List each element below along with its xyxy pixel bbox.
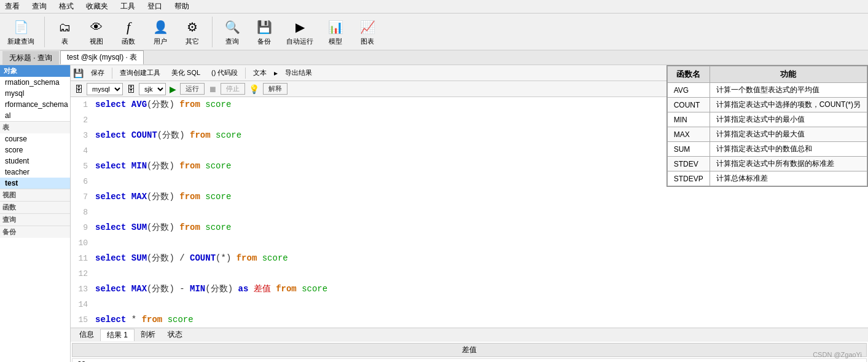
- sidebar-item-al[interactable]: al: [0, 110, 70, 121]
- menu-item-query[interactable]: 查询: [29, 1, 49, 12]
- sidebar-item-student[interactable]: student: [0, 155, 70, 167]
- code-text[interactable]: select SUM(分数) from score: [95, 220, 231, 235]
- ref-header-desc: 功能: [710, 66, 867, 83]
- code-line: 12: [71, 266, 868, 281]
- export-icon: ▸: [274, 69, 278, 77]
- ref-fn-desc: 计算一个数值型表达式的平均值: [710, 83, 867, 98]
- ref-table-row: AVG计算一个数值型表达式的平均值: [667, 83, 867, 98]
- backup-label: 备份: [257, 37, 271, 46]
- beautify-button[interactable]: 美化 SQL: [168, 67, 204, 79]
- main-layout: 对象 rmation_schema mysql rformance_schema…: [0, 65, 868, 362]
- other-label: 其它: [186, 37, 199, 46]
- menu-item-tools[interactable]: 工具: [118, 1, 138, 12]
- sidebar-item-rformance-schema[interactable]: rformance_schema: [0, 99, 70, 110]
- ref-fn-name: SUM: [667, 142, 710, 157]
- code-line: 8: [71, 205, 868, 220]
- build-query-button[interactable]: 查询创建工具: [116, 67, 164, 79]
- line-number: 15: [71, 312, 95, 328]
- save-icon: 💾: [73, 68, 84, 78]
- view-label: 视图: [90, 37, 103, 46]
- code-text[interactable]: select MAX(分数) - MIN(分数) as 差值 from scor…: [95, 281, 327, 297]
- line-number: 12: [71, 266, 95, 281]
- table-icon: 🗂: [55, 17, 74, 37]
- function-button[interactable]: f 函数: [115, 16, 142, 47]
- sidebar-section-queries: 查询: [0, 213, 70, 226]
- schema-icon: 🗄: [127, 84, 135, 94]
- ref-table-row: SUM计算指定表达式中的数值总和: [667, 142, 867, 157]
- watermark: CSDN @ZgaoYi: [813, 351, 862, 358]
- sidebar-item-mysql[interactable]: mysql: [0, 88, 70, 99]
- tab-info[interactable]: 信息: [73, 329, 100, 340]
- code-line: 7select MAX(分数) from score: [71, 189, 868, 205]
- result-row: 28: [72, 358, 867, 362]
- sidebar-item-test[interactable]: test: [0, 178, 70, 189]
- other-button[interactable]: ⚙ 其它: [179, 16, 206, 47]
- sidebar-item-teacher[interactable]: teacher: [0, 167, 70, 178]
- db-select[interactable]: mysql: [87, 83, 123, 95]
- model-button[interactable]: 📊 模型: [322, 16, 349, 47]
- model-icon: 📊: [326, 17, 345, 37]
- menu-item-view[interactable]: 查看: [2, 1, 22, 12]
- explain-icon: 💡: [249, 84, 259, 94]
- chart-button[interactable]: 📈 图表: [354, 16, 381, 47]
- code-line: 13select MAX(分数) - MIN(分数) as 差值 from sc…: [71, 281, 868, 297]
- tab-result[interactable]: 结果 1: [100, 329, 135, 341]
- code-text[interactable]: select COUNT(分数) from score: [95, 128, 241, 143]
- toolbar-separator: [44, 17, 45, 47]
- code-line: 10: [71, 235, 868, 251]
- search-button[interactable]: 🔍 查询: [219, 16, 246, 47]
- line-number: 11: [71, 251, 95, 266]
- editor-wrapper: 💾 保存 查询创建工具 美化 SQL () 代码段 文本 ▸ 导出结果 🗄 my…: [71, 65, 868, 362]
- line-number: 1: [71, 97, 95, 112]
- sidebar: 对象 rmation_schema mysql rformance_schema…: [0, 65, 71, 362]
- search-icon: 🔍: [222, 17, 242, 37]
- inner-layout: 💾 保存 查询创建工具 美化 SQL () 代码段 文本 ▸ 导出结果 🗄 my…: [71, 65, 868, 362]
- chart-label: 图表: [361, 37, 374, 46]
- schema-select[interactable]: sjk: [139, 83, 166, 95]
- explain-button[interactable]: 解释: [263, 83, 287, 95]
- new-query-icon: 📄: [11, 17, 31, 37]
- menu-item-help[interactable]: 帮助: [172, 1, 192, 12]
- code-text[interactable]: select * from score: [95, 312, 194, 328]
- code-line: 9select SUM(分数) from score: [71, 220, 868, 235]
- save-button[interactable]: 保存: [87, 67, 108, 79]
- line-number: 4: [71, 143, 95, 159]
- tab-untitled[interactable]: 无标题 · 查询: [2, 51, 59, 65]
- stop-button[interactable]: 停止: [221, 83, 245, 95]
- code-text[interactable]: select SUM(分数) / COUNT(*) from score: [95, 251, 288, 266]
- text-button[interactable]: 文本: [249, 67, 270, 79]
- ref-fn-name: MAX: [667, 127, 710, 142]
- run-button[interactable]: 运行: [180, 83, 205, 95]
- ref-fn-desc: 计算总体标准差: [710, 171, 867, 186]
- code-snippet-button[interactable]: () 代码段: [208, 67, 241, 79]
- editor-toolbar-sep-2: [245, 68, 246, 79]
- user-icon: 👤: [151, 17, 170, 37]
- tab-status[interactable]: 状态: [162, 329, 189, 340]
- view-button[interactable]: 👁 视图: [83, 16, 110, 47]
- table-button[interactable]: 🗂 表: [51, 16, 78, 47]
- line-number: 6: [71, 174, 95, 189]
- line-number: 3: [71, 128, 95, 143]
- table-label: 表: [61, 37, 68, 46]
- code-text[interactable]: select MIN(分数) from score: [95, 159, 231, 174]
- other-icon: ⚙: [182, 17, 202, 37]
- code-line: 15select * from score: [71, 312, 868, 328]
- user-button[interactable]: 👤 用户: [147, 16, 174, 47]
- tab-profile[interactable]: 剖析: [135, 329, 162, 340]
- ref-fn-name: STDEV: [667, 157, 710, 171]
- sidebar-item-rmation-schema[interactable]: rmation_schema: [0, 77, 70, 88]
- menu-item-login[interactable]: 登口: [145, 1, 165, 12]
- export-button[interactable]: 导出结果: [281, 67, 316, 79]
- backup-button[interactable]: 💾 备份: [251, 16, 278, 47]
- menu-item-format[interactable]: 格式: [57, 1, 76, 12]
- menu-item-favorites[interactable]: 收藏夹: [84, 1, 111, 12]
- tab-test[interactable]: test @sjk (mysql) · 表: [60, 50, 144, 65]
- new-query-button[interactable]: 📄 新建查询: [4, 16, 38, 47]
- function-label: 函数: [122, 37, 135, 46]
- code-text[interactable]: select AVG(分数) from score: [95, 97, 231, 112]
- sidebar-item-score[interactable]: score: [0, 144, 70, 155]
- sidebar-item-course[interactable]: course: [0, 133, 70, 144]
- auto-run-button[interactable]: ▶ 自动运行: [283, 16, 317, 47]
- ref-fn-desc: 计算指定表达式中的数值总和: [710, 142, 867, 157]
- code-text[interactable]: select MAX(分数) from score: [95, 189, 231, 205]
